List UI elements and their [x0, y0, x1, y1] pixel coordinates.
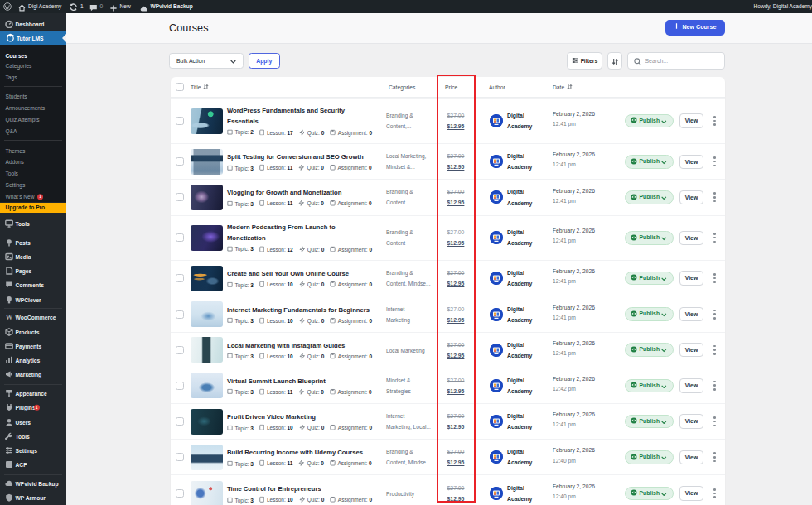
svg-text:W: W: [6, 313, 13, 321]
